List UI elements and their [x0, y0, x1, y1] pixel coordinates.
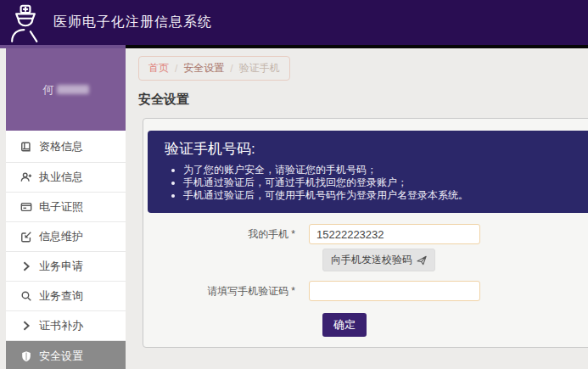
required-mark: * — [291, 228, 295, 240]
sidebar-item-label: 信息维护 — [39, 229, 83, 244]
sidebar-item-business-query[interactable]: 业务查询 — [6, 282, 126, 311]
person-plus-icon — [20, 171, 32, 183]
send-verification-code-button[interactable]: 向手机发送校验码 — [322, 249, 435, 271]
sidebar-accent-strip — [0, 45, 126, 48]
username: 何 — [43, 82, 89, 98]
search-icon — [20, 290, 32, 302]
info-bullet: 手机通过验证后，可通过手机找回您的登录账户； — [183, 176, 583, 189]
user-panel: 何 — [6, 48, 126, 131]
sidebar-item-label: 执业信息 — [39, 170, 83, 185]
sidebar-item-e-certificate[interactable]: 电子证照 — [6, 193, 126, 222]
required-mark: * — [291, 285, 295, 297]
send-button-label: 向手机发送校验码 — [331, 253, 412, 267]
confirm-button[interactable]: 确定 — [322, 313, 367, 337]
sidebar-item-qualification-info[interactable]: 资格信息 — [6, 131, 126, 163]
info-bullet: 手机通过验证后，可使用手机号码作为登录用户名登录本系统。 — [183, 189, 583, 202]
page-title: 安全设置 — [138, 92, 588, 108]
phone-input[interactable] — [309, 224, 480, 244]
code-field-label: 请填写手机验证码* — [148, 281, 309, 301]
breadcrumb-security-settings-link[interactable]: 安全设置 — [183, 61, 224, 75]
breadcrumb-current-page: 验证手机 — [239, 61, 280, 75]
main-content: 首页 / 安全设置 / 验证手机 安全设置 验证手机号码: 为了您的账户安全，请… — [126, 48, 588, 348]
book-icon — [20, 141, 32, 153]
sidebar-item-security-settings[interactable]: 安全设置 — [6, 341, 126, 369]
content-panel: 验证手机号码: 为了您的账户安全，请验证您的手机号码； 手机通过验证后，可通过手… — [143, 118, 588, 348]
sidebar: 何 资格信息 执业信息 电子证照 — [6, 48, 126, 369]
chevron-right-icon — [20, 260, 32, 272]
sidebar-item-certificate-reissue[interactable]: 证书补办 — [6, 311, 126, 341]
chevron-right-icon — [20, 320, 32, 332]
redacted-username — [57, 85, 89, 94]
breadcrumb: 首页 / 安全设置 / 验证手机 — [138, 56, 290, 81]
header-divider — [0, 45, 588, 48]
sidebar-item-label: 业务申请 — [39, 259, 83, 274]
breadcrumb-separator: / — [230, 63, 232, 75]
send-icon — [417, 255, 427, 266]
id-card-icon — [20, 201, 32, 213]
sidebar-item-label: 业务查询 — [39, 288, 83, 304]
sidebar-item-label: 电子证照 — [39, 199, 83, 215]
phone-field-label: 我的手机* — [148, 224, 309, 244]
verify-phone-form: 我的手机* 向手机发送校验码 请填写手机验证码* 确定 — [148, 224, 588, 337]
doctor-logo-icon — [8, 4, 42, 43]
info-bullet: 为了您的账户安全，请验证您的手机号码； — [183, 164, 583, 176]
app-header: 医师电子化注册信息系统 — [0, 0, 588, 45]
app-title: 医师电子化注册信息系统 — [53, 14, 212, 31]
sidebar-item-info-maintenance[interactable]: 信息维护 — [6, 222, 126, 252]
verify-phone-info-box: 验证手机号码: 为了您的账户安全，请验证您的手机号码； 手机通过验证后，可通过手… — [148, 131, 588, 213]
edit-icon — [20, 231, 32, 243]
sidebar-item-practice-info[interactable]: 执业信息 — [6, 163, 126, 193]
info-bullet-list: 为了您的账户安全，请验证您的手机号码； 手机通过验证后，可通过手机找回您的登录账… — [168, 164, 583, 202]
breadcrumb-separator: / — [175, 63, 177, 75]
shield-icon — [20, 350, 32, 362]
verification-code-input[interactable] — [309, 281, 480, 301]
sidebar-item-label: 资格信息 — [39, 139, 83, 154]
sidebar-menu: 资格信息 执业信息 电子证照 信息维护 — [6, 131, 126, 369]
sidebar-item-label: 安全设置 — [39, 349, 83, 364]
info-box-title: 验证手机号码: — [165, 139, 583, 159]
sidebar-item-label: 证书补办 — [39, 318, 83, 333]
breadcrumb-home-link[interactable]: 首页 — [148, 61, 169, 75]
sidebar-item-business-application[interactable]: 业务申请 — [6, 252, 126, 282]
username-visible-text: 何 — [43, 82, 54, 98]
